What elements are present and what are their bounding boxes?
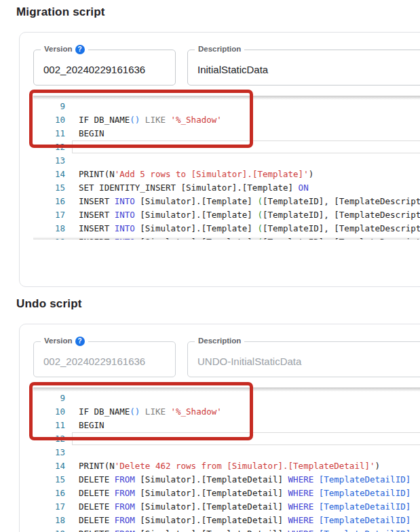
line-number: 18 <box>33 514 65 527</box>
line-number: 14 <box>33 459 65 473</box>
code-text: PRINT(N'Add 5 rows to [Simulator].[Templ… <box>79 168 313 181</box>
code-text: BEGIN <box>79 419 104 432</box>
line-number: 13 <box>33 446 65 459</box>
current-line-highlight <box>72 432 420 445</box>
line-number: 11 <box>33 127 65 140</box>
line-number: 11 <box>33 419 65 432</box>
code-text: IF DB_NAME() LIKE '%_Shadow' <box>79 113 222 127</box>
code-line: 11BEGIN <box>33 419 420 432</box>
undo-code-editor[interactable]: 910IF DB_NAME() LIKE '%_Shadow'11BEGIN12… <box>33 387 420 532</box>
description-field[interactable]: Description <box>187 50 420 86</box>
undo-description-input <box>188 342 420 377</box>
code-line: 16DELETE FROM [Simulator].[TemplateDetai… <box>33 487 420 500</box>
line-number: 17 <box>33 500 65 514</box>
code-line: 19DELETE FROM [Simulator].[TemplateDetai… <box>33 527 420 532</box>
code-line: 10IF DB_NAME() LIKE '%_Shadow' <box>33 405 420 419</box>
current-line-highlight <box>72 140 420 153</box>
code-line: 10IF DB_NAME() LIKE '%_Shadow' <box>33 113 420 127</box>
version-field[interactable]: Version ? <box>33 50 176 86</box>
description-input[interactable] <box>188 50 420 85</box>
code-line: 16INSERT INTO [Simulator].[Template] ([T… <box>33 195 420 208</box>
code-line: 12 <box>33 432 420 446</box>
undo-script-card: Version ? Description 910IF DB_NAME() LI… <box>19 324 420 532</box>
code-text: BEGIN <box>79 127 104 140</box>
code-text: SET IDENTITY_INSERT [Simulator].[Templat… <box>79 181 309 195</box>
code-text: DELETE FROM [Simulator].[TemplateDetail]… <box>79 514 411 527</box>
line-number: 18 <box>33 222 65 235</box>
code-text: IF DB_NAME() LIKE '%_Shadow' <box>79 405 222 419</box>
version-input[interactable] <box>34 50 175 85</box>
code-text: INSERT INTO [Simulator].[Template] ([Tem… <box>79 208 420 222</box>
line-number: 17 <box>33 208 65 222</box>
code-line: 14PRINT(N'Add 5 rows to [Simulator].[Tem… <box>33 168 420 181</box>
code-line: 17INSERT INTO [Simulator].[Template] ([T… <box>33 208 420 222</box>
undo-description-field: Description <box>187 341 420 377</box>
undo-version-input <box>34 342 175 377</box>
line-number: 12 <box>33 432 65 446</box>
line-number: 16 <box>33 487 65 500</box>
migration-code-editor[interactable]: 910IF DB_NAME() LIKE '%_Shadow'11BEGIN12… <box>33 96 420 240</box>
undo-script-heading: Undo script <box>16 297 82 311</box>
code-line: 13 <box>33 154 420 168</box>
code-line: 15DELETE FROM [Simulator].[TemplateDetai… <box>33 473 420 487</box>
undo-version-field: Version ? <box>33 341 176 377</box>
line-number: 9 <box>33 392 65 405</box>
line-number: 16 <box>33 195 65 208</box>
code-line: 9 <box>33 100 420 113</box>
line-number: 14 <box>33 168 65 181</box>
line-number: 10 <box>33 405 65 419</box>
editor-top-scroll-shadow <box>33 96 420 100</box>
code-text: INSERT INTO [Simulator].[Template] ([Tem… <box>79 222 420 235</box>
line-number: 12 <box>33 140 65 154</box>
code-line: 18INSERT INTO [Simulator].[Template] ([T… <box>33 222 420 235</box>
code-text: PRINT(N'Delete 462 rows from [Simulator]… <box>79 459 380 473</box>
code-line: 17DELETE FROM [Simulator].[TemplateDetai… <box>33 500 420 514</box>
migration-script-card: Version ? Description 910IF DB_NAME() LI… <box>19 32 420 287</box>
code-line: 12 <box>33 140 420 154</box>
line-number: 10 <box>33 113 65 127</box>
line-number: 15 <box>33 181 65 195</box>
code-text: INSERT INTO [Simulator].[Template] ([Tem… <box>79 195 420 208</box>
code-text: DELETE FROM [Simulator].[TemplateDetail]… <box>79 487 411 500</box>
migration-script-heading: Migration script <box>16 5 105 19</box>
editor-top-scroll-shadow <box>33 387 420 392</box>
code-line: 15SET IDENTITY_INSERT [Simulator].[Templ… <box>33 181 420 195</box>
code-line: 18DELETE FROM [Simulator].[TemplateDetai… <box>33 514 420 527</box>
line-number: 9 <box>33 100 65 113</box>
code-text: DELETE FROM [Simulator].[TemplateDetail]… <box>79 527 411 532</box>
code-line: 14PRINT(N'Delete 462 rows from [Simulato… <box>33 459 420 473</box>
line-number: 19 <box>33 527 65 532</box>
code-line: 13 <box>33 446 420 459</box>
line-number: 15 <box>33 473 65 487</box>
code-line: 11BEGIN <box>33 127 420 140</box>
line-number: 13 <box>33 154 65 168</box>
editor-bottom-fade <box>33 237 420 240</box>
code-text: DELETE FROM [Simulator].[TemplateDetail]… <box>79 473 411 487</box>
code-line: 9 <box>33 392 420 405</box>
code-text: DELETE FROM [Simulator].[TemplateDetail]… <box>79 500 411 514</box>
